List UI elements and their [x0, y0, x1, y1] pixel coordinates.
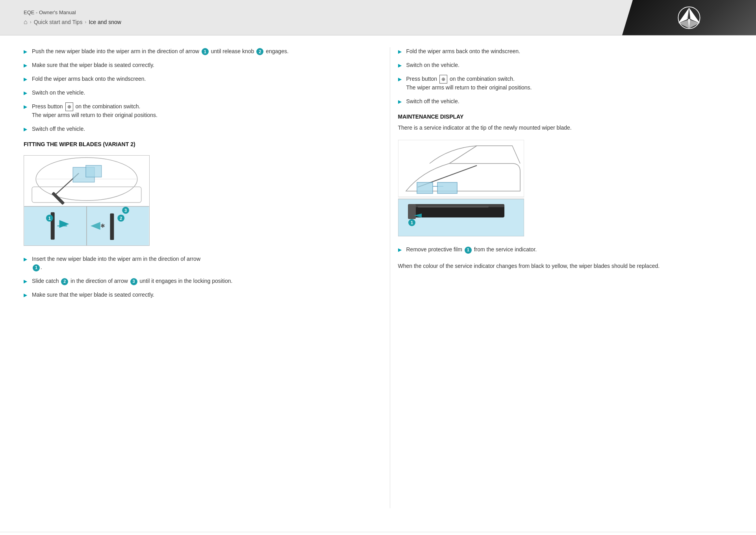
right-column: ▶ Fold the wiper arms back onto the wind…	[390, 47, 733, 508]
svg-text:✱: ✱	[100, 223, 105, 229]
list-item: ▶ Fold the wiper arms back onto the wind…	[398, 47, 733, 56]
bullet-arrow: ▶	[24, 292, 27, 299]
list-item: ▶ Press button ⊕ on the combination swit…	[398, 75, 733, 92]
svg-rect-19	[110, 214, 114, 240]
wiper-button-icon: ⊕	[65, 102, 73, 111]
bullet-arrow: ▶	[24, 256, 27, 263]
list-item: ▶ Insert the new wiper blade into the wi…	[24, 255, 358, 271]
bullet-arrow: ▶	[24, 103, 27, 110]
badge-2: 2	[256, 48, 263, 55]
maintenance-display-heading: MAINTENANCE DISPLAY	[398, 113, 733, 120]
breadcrumb-sep-1: ›	[30, 19, 32, 25]
manual-title: EQE - Owner's Manual	[24, 9, 622, 15]
breadcrumb-icesnow[interactable]: Ice and snow	[89, 19, 121, 25]
right-list-2: ▶ Remove protective film 1 from the serv…	[398, 245, 733, 254]
svg-text:3: 3	[124, 208, 127, 213]
mercedes-logo-area	[622, 0, 756, 35]
item-text: Remove protective film 1 from the servic…	[406, 245, 537, 254]
bullet-arrow: ▶	[24, 126, 27, 133]
left-column: ▶ Push the new wiper blade into the wipe…	[24, 47, 366, 508]
maintenance-display-text: There is a service indicator at the tip …	[398, 124, 733, 132]
svg-text:2: 2	[120, 216, 122, 221]
list-item: ▶ Push the new wiper blade into the wipe…	[24, 47, 358, 56]
item-text: Switch on the vehicle.	[32, 89, 85, 97]
list-item: ▶ Make sure that the wiper blade is seat…	[24, 291, 358, 299]
bullet-arrow: ▶	[398, 48, 402, 55]
list-item: ▶ Make sure that the wiper blade is seat…	[24, 61, 358, 69]
item-text: Make sure that the wiper blade is seated…	[32, 61, 154, 69]
item-text: Make sure that the wiper blade is seated…	[32, 291, 154, 299]
badge-1: 1	[202, 48, 209, 55]
mercedes-star-icon	[677, 6, 701, 30]
item-text: Slide catch 2 in the direction of arrow …	[32, 277, 232, 285]
item-text: Fold the wiper arms back onto the windsc…	[406, 47, 520, 56]
item-text: Press button ⊕ on the combination switch…	[406, 75, 532, 84]
svg-rect-36	[408, 204, 416, 219]
item-subtext: The wiper arms will return to their orig…	[32, 111, 158, 119]
bullet-arrow: ▶	[24, 89, 27, 97]
left-list-2: ▶ Insert the new wiper blade into the wi…	[24, 255, 358, 299]
main-content: ▶ Push the new wiper blade into the wipe…	[0, 35, 756, 532]
breadcrumb-quickstart[interactable]: Quick start and Tips	[34, 19, 83, 25]
list-item: ▶ Switch off the vehicle.	[398, 97, 733, 106]
svg-text:1: 1	[410, 220, 413, 225]
service-indicator-diagram: 1	[398, 140, 524, 236]
badge-1: 1	[33, 264, 40, 271]
list-item: ▶ Switch on the vehicle.	[24, 89, 358, 97]
list-item: ▶ Press button ⊕ on the combination swit…	[24, 102, 358, 119]
badge-3: 3	[130, 278, 137, 285]
service-indicator-diagram-container: 1	[398, 140, 733, 238]
svg-rect-31	[437, 182, 457, 193]
item-container: Press button ⊕ on the combination switch…	[406, 75, 532, 92]
breadcrumb-sep-2: ›	[85, 19, 86, 25]
bullet-arrow: ▶	[398, 62, 402, 69]
svg-text:1: 1	[48, 216, 51, 221]
svg-rect-29	[417, 182, 433, 193]
svg-rect-10	[24, 206, 87, 245]
item-text: Switch off the vehicle.	[406, 97, 460, 106]
wiper-fitting-diagram: 1 2 ✱ 3	[24, 155, 150, 246]
svg-rect-35	[418, 206, 489, 208]
bullet-arrow: ▶	[24, 278, 27, 285]
bullet-arrow: ▶	[398, 246, 402, 253]
breadcrumb: ⌂ › Quick start and Tips › Ice and snow	[24, 19, 622, 26]
item-text: Push the new wiper blade into the wiper …	[32, 47, 289, 56]
item-container: Insert the new wiper blade into the wipe…	[32, 255, 200, 271]
bullet-arrow: ▶	[398, 76, 402, 83]
wiper-diagram-container: 1 2 ✱ 3	[24, 155, 358, 247]
item-text: Fold the wiper arms back onto the windsc…	[32, 75, 146, 83]
section-heading-variant2: FITTING THE WIPER BLADES (VARIANT 2)	[24, 141, 358, 147]
left-list-1: ▶ Push the new wiper blade into the wipe…	[24, 47, 358, 133]
item-subtext: The wiper arms will return to their orig…	[406, 84, 532, 92]
bullet-arrow: ▶	[24, 62, 27, 69]
bullet-arrow: ▶	[24, 48, 27, 55]
wiper-button-icon: ⊕	[439, 75, 447, 84]
list-item: ▶ Switch on the vehicle.	[398, 61, 733, 69]
list-item: ▶ Fold the wiper arms back onto the wind…	[24, 75, 358, 83]
list-item: ▶ Slide catch 2 in the direction of arro…	[24, 277, 358, 285]
list-item: ▶ Remove protective film 1 from the serv…	[398, 245, 733, 254]
item-container: Press button ⊕ on the combination switch…	[32, 102, 158, 119]
right-list-1: ▶ Fold the wiper arms back onto the wind…	[398, 47, 733, 106]
service-note: When the colour of the service indicator…	[398, 262, 733, 270]
item-text: Insert the new wiper blade into the wipe…	[32, 255, 200, 263]
badge-1: 1	[465, 247, 472, 254]
bullet-arrow: ▶	[24, 76, 27, 83]
badge-2: 2	[61, 278, 68, 285]
header-left: EQE - Owner's Manual ⌂ › Quick start and…	[0, 9, 622, 26]
list-item: ▶ Switch off the vehicle.	[24, 125, 358, 133]
header: EQE - Owner's Manual ⌂ › Quick start and…	[0, 0, 756, 35]
item-text: Switch on the vehicle.	[406, 61, 460, 69]
item-text: Press button ⊕ on the combination switch…	[32, 102, 158, 111]
home-icon[interactable]: ⌂	[24, 19, 28, 26]
svg-rect-9	[86, 165, 102, 177]
bullet-arrow: ▶	[398, 98, 402, 105]
item-subtext: 1.	[32, 263, 200, 271]
footer: F295 0075 02 ∧ ✉	[0, 532, 756, 535]
item-text: Switch off the vehicle.	[32, 125, 85, 133]
